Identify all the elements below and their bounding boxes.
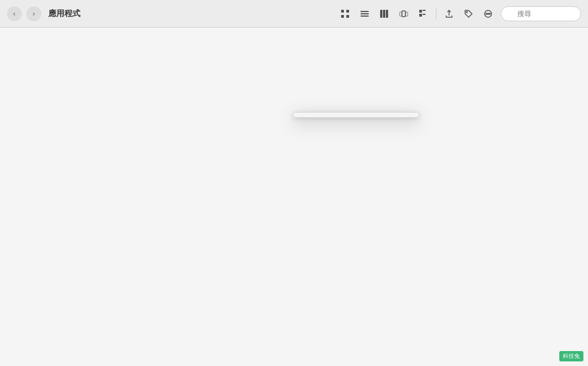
tech-badge: 科技兔	[559, 351, 583, 361]
search-input[interactable]	[501, 6, 581, 21]
group-icon[interactable]	[415, 6, 431, 22]
svg-rect-2	[341, 15, 344, 18]
window-title: 應用程式	[48, 9, 80, 19]
context-menu	[293, 112, 419, 118]
svg-point-19	[486, 13, 487, 14]
svg-rect-13	[419, 10, 422, 13]
svg-rect-0	[341, 10, 344, 13]
svg-rect-14	[423, 10, 425, 11]
list-icon[interactable]	[357, 6, 373, 22]
app-grid-container	[0, 28, 588, 366]
svg-rect-7	[380, 10, 382, 18]
svg-rect-9	[386, 10, 388, 18]
divider	[436, 8, 436, 20]
svg-rect-16	[423, 14, 425, 15]
share-icon[interactable]	[441, 6, 457, 22]
svg-rect-10	[402, 11, 405, 17]
more-icon[interactable]	[480, 6, 496, 22]
svg-rect-11	[400, 12, 402, 16]
svg-rect-3	[346, 15, 349, 18]
svg-rect-4	[361, 11, 369, 12]
svg-rect-15	[419, 14, 422, 17]
svg-rect-5	[361, 13, 369, 14]
toolbar-icons	[337, 6, 496, 22]
titlebar: ‹ › 應用程式	[0, 0, 588, 28]
back-button[interactable]: ‹	[7, 6, 22, 21]
svg-rect-6	[361, 16, 369, 17]
coverflow-icon[interactable]	[396, 6, 412, 22]
column-icon[interactable]	[376, 6, 392, 22]
svg-rect-1	[346, 10, 349, 13]
tag-icon[interactable]	[461, 6, 477, 22]
svg-point-17	[466, 11, 467, 13]
svg-rect-12	[405, 12, 408, 16]
svg-point-20	[488, 13, 489, 14]
forward-button[interactable]: ›	[26, 6, 41, 21]
svg-rect-8	[383, 10, 385, 18]
svg-point-21	[489, 13, 490, 14]
search-wrap	[501, 6, 581, 21]
grid-icon[interactable]	[337, 6, 353, 22]
